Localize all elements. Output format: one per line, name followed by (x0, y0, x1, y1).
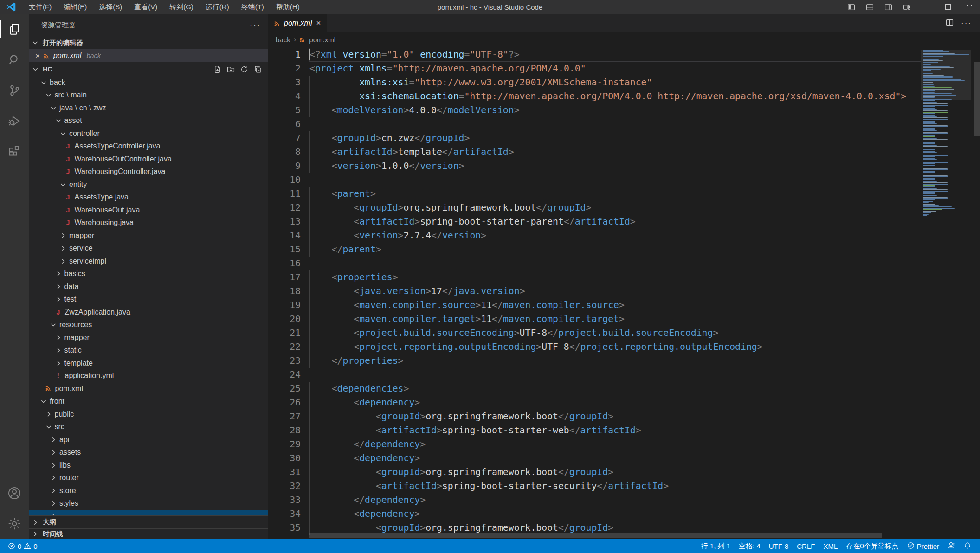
status-indentation[interactable]: 空格: 4 (735, 539, 765, 553)
open-editors-section[interactable]: 打开的编辑器 (29, 36, 268, 49)
menu-item-1[interactable]: 编辑(E) (58, 0, 93, 14)
code-line-33[interactable]: 33 </dependency> (268, 493, 921, 507)
code-line-25[interactable]: 25 <dependencies> (268, 382, 921, 396)
horizontal-scrollbar[interactable] (309, 533, 882, 538)
status-prettier[interactable]: Prettier (903, 539, 943, 553)
tab-pom-xml[interactable]: pom.xml × (268, 14, 327, 32)
run-debug-icon[interactable] (0, 106, 29, 136)
code-line-18[interactable]: 18 <java.version>17</java.version> (268, 284, 921, 298)
code-line-7[interactable]: 7 <groupId>cn.zwz</groupId> (268, 131, 921, 145)
refresh-icon[interactable] (240, 65, 248, 73)
status-notifications[interactable] (960, 539, 975, 553)
vertical-scrollbar[interactable] (974, 62, 980, 136)
menu-item-7[interactable]: 帮助(H) (270, 0, 306, 14)
outline-section[interactable]: 大纲 (29, 515, 268, 528)
tree-item-WarehouseOut.java[interactable]: JWarehouseOut.java (29, 204, 268, 217)
toggle-secondary-sidebar-icon[interactable] (879, 0, 897, 14)
open-editor-item-pom-xml[interactable]: × pom.xml back (29, 49, 268, 62)
project-root-section[interactable]: HC (29, 62, 268, 76)
maximize-button[interactable] (937, 0, 959, 14)
tree-item-styles[interactable]: styles (29, 497, 268, 510)
code-line-9[interactable]: 9 <version>1.0.0</version> (268, 159, 921, 173)
tree-item-src[interactable]: src (29, 421, 268, 434)
code-line-22[interactable]: 22 <project.reporting.outputEncoding>UTF… (268, 340, 921, 354)
status-eol[interactable]: CRLF (793, 539, 819, 553)
tree-item-data[interactable]: data (29, 280, 268, 293)
tree-item-resources[interactable]: resources (29, 319, 268, 332)
code-line-13[interactable]: 13 <artifactId>spring-boot-starter-paren… (268, 215, 921, 229)
tree-item-mapper[interactable]: mapper (29, 229, 268, 242)
tab-close-icon[interactable]: × (316, 19, 321, 28)
tree-item-Warehousing.java[interactable]: JWarehousing.java (29, 217, 268, 230)
code-line-11[interactable]: 11 <parent> (268, 187, 921, 201)
code-line-15[interactable]: 15 </parent> (268, 243, 921, 257)
settings-gear-icon[interactable] (0, 508, 29, 539)
code-line-17[interactable]: 17 <properties> (268, 270, 921, 284)
code-line-34[interactable]: 34 <dependency> (268, 507, 921, 521)
timeline-section[interactable]: 时间线 (29, 528, 268, 539)
tree-item-assets[interactable]: assets (29, 446, 268, 459)
tree-item-basics[interactable]: basics (29, 268, 268, 281)
code-line-32[interactable]: 32 <artifactId>spring-boot-starter-secur… (268, 479, 921, 493)
code-line-31[interactable]: 31 <groupId>org.springframework.boot</gr… (268, 465, 921, 479)
customize-layout-icon[interactable] (897, 0, 916, 14)
tree-item-static[interactable]: static (29, 344, 268, 357)
tree-item-front[interactable]: front (29, 395, 268, 408)
account-icon[interactable] (0, 478, 29, 508)
menu-item-6[interactable]: 终端(T) (235, 0, 270, 14)
tree-item-controller[interactable]: controller (29, 127, 268, 140)
breadcrumb-file[interactable]: pom.xml (309, 36, 335, 44)
tree-item-api[interactable]: api (29, 433, 268, 446)
code-line-28[interactable]: 28 <artifactId>spring-boot-starter-web</… (268, 424, 921, 437)
code-line-20[interactable]: 20 <maven.compiler.target>11</maven.comp… (268, 312, 921, 326)
close-button[interactable] (959, 0, 980, 14)
search-icon[interactable] (0, 45, 29, 75)
tree-item-application.yml[interactable]: !application.yml (29, 370, 268, 383)
breadcrumb[interactable]: back › pom.xml (268, 32, 980, 46)
code-line-3[interactable]: 3 xmlns:xsi="http://www.w3.org/2001/XMLS… (268, 76, 921, 90)
code-line-6[interactable]: 6 (268, 117, 921, 131)
tree-item-template[interactable]: template (29, 357, 268, 370)
code-line-29[interactable]: 29 </dependency> (268, 437, 921, 451)
code-line-26[interactable]: 26 <dependency> (268, 396, 921, 410)
breadcrumb-folder[interactable]: back (276, 36, 290, 44)
code-line-14[interactable]: 14 <version>2.7.4</version> (268, 229, 921, 243)
code-line-27[interactable]: 27 <groupId>org.springframework.boot</gr… (268, 410, 921, 424)
code-line-21[interactable]: 21 <project.build.sourceEncoding>UTF-8</… (268, 326, 921, 340)
tree-item-store[interactable]: store (29, 484, 268, 497)
code-line-19[interactable]: 19 <maven.compiler.source>11</maven.comp… (268, 298, 921, 312)
tree-item-serviceimpl[interactable]: serviceimpl (29, 255, 268, 268)
tree-item-router[interactable]: router (29, 472, 268, 485)
tree-item-back[interactable]: back (29, 76, 268, 89)
code-line-23[interactable]: 23 </properties> (268, 354, 921, 368)
menu-item-3[interactable]: 查看(V) (128, 0, 163, 14)
minimize-button[interactable] (916, 0, 937, 14)
menu-item-2[interactable]: 选择(S) (93, 0, 128, 14)
status-anomaly-detector[interactable]: 存在0个异常标点 (842, 539, 903, 553)
code-content[interactable]: 1<?xml version="1.0" encoding="UTF-8"?>2… (268, 48, 921, 535)
tree-item-src-main[interactable]: src \ main (29, 89, 268, 102)
tree-item-test[interactable]: test (29, 293, 268, 306)
menu-item-0[interactable]: 文件(F) (23, 0, 58, 14)
tree-item-AssetsTypeController.java[interactable]: JAssetsTypeController.java (29, 140, 268, 153)
status-cursor-position[interactable]: 行 1, 列 1 (697, 539, 735, 553)
tree-item-AssetsType.java[interactable]: JAssetsType.java (29, 191, 268, 204)
code-line-30[interactable]: 30 <dependency> (268, 451, 921, 465)
explorer-icon[interactable] (0, 14, 29, 45)
source-control-icon[interactable] (0, 75, 29, 106)
code-line-24[interactable]: 24 (268, 368, 921, 382)
new-file-icon[interactable] (213, 65, 221, 73)
tree-item-public[interactable]: public (29, 408, 268, 421)
tree-item-java-cn-zwz[interactable]: java \ cn \ zwz (29, 102, 268, 115)
tree-item-selected[interactable] (29, 510, 268, 515)
close-icon[interactable]: × (35, 52, 40, 60)
tree-item-WarehouseOutController.java[interactable]: JWarehouseOutController.java (29, 153, 268, 166)
code-line-4[interactable]: 4 xsi:schemaLocation="http://maven.apach… (268, 90, 921, 103)
toggle-primary-sidebar-icon[interactable] (842, 0, 860, 14)
code-line-12[interactable]: 12 <groupId>org.springframework.boot</gr… (268, 201, 921, 215)
tree-item-pom.xml[interactable]: pom.xml (29, 382, 268, 395)
status-feedback[interactable] (943, 539, 960, 553)
tree-item-entity[interactable]: entity (29, 178, 268, 191)
status-encoding[interactable]: UTF-8 (765, 539, 793, 553)
code-line-10[interactable]: 10 (268, 173, 921, 187)
